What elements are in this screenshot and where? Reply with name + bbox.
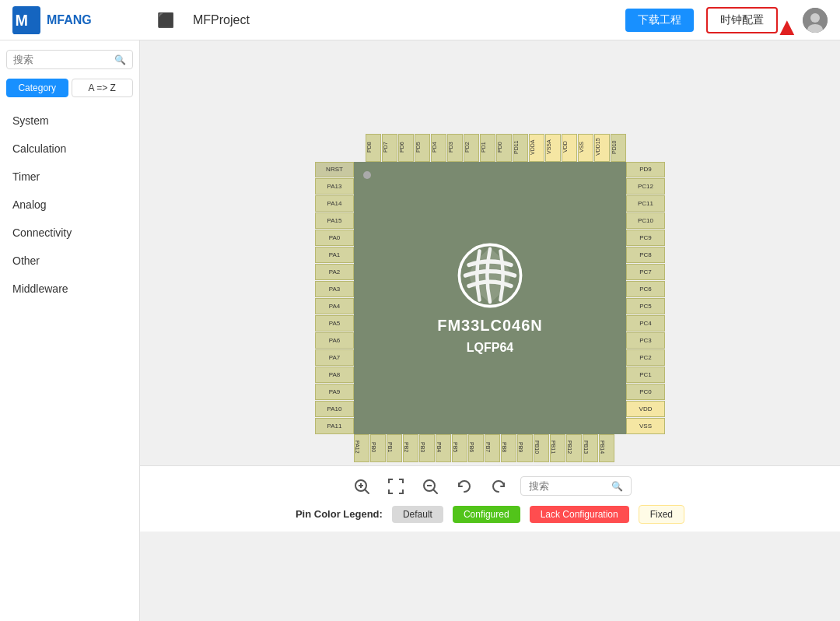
- svg-line-10: [365, 489, 369, 493]
- pin-PB9[interactable]: PB9: [517, 434, 533, 462]
- pin-PA4[interactable]: PA4: [315, 298, 354, 314]
- pin-VSS[interactable]: VSS: [578, 134, 593, 162]
- pin-PB5[interactable]: PB5: [452, 434, 467, 462]
- sidebar-item-timer[interactable]: Timer: [0, 163, 139, 191]
- pin-PD4[interactable]: PD4: [431, 134, 446, 162]
- pin-NRST[interactable]: NRST: [315, 162, 354, 178]
- pin-PD9[interactable]: PD9: [626, 162, 665, 178]
- chip-logo-svg: [455, 240, 525, 310]
- logo-area: M MFANG: [12, 6, 145, 34]
- sidebar-item-other[interactable]: Other: [0, 247, 139, 275]
- search-bottom-icon: 🔍: [611, 481, 623, 492]
- svg-line-13: [433, 489, 437, 493]
- pin-search-input[interactable]: [529, 480, 607, 492]
- pin-PD6[interactable]: PD6: [398, 134, 414, 162]
- sidebar-item-calculation[interactable]: Calculation: [0, 135, 139, 163]
- fit-button[interactable]: [383, 474, 408, 499]
- pin-PB14[interactable]: PB14: [599, 434, 614, 462]
- pin-PB1[interactable]: PB1: [387, 434, 402, 462]
- pin-PA0[interactable]: PA0: [315, 230, 354, 246]
- pin-PA9[interactable]: PA9: [315, 384, 354, 400]
- pins-right: PD9 PC12 PC11 PC10 PC9 PC8 PC7 PC6 PC5 P…: [626, 162, 669, 434]
- pin-PA5[interactable]: PA5: [315, 315, 354, 332]
- pin-PB0[interactable]: PB0: [370, 434, 386, 462]
- legend-fixed: Fixed: [639, 505, 684, 524]
- pin-PA15[interactable]: PA15: [315, 212, 354, 229]
- pin-PC2[interactable]: PC2: [626, 349, 665, 366]
- sidebar-item-analog[interactable]: Analog: [0, 191, 139, 219]
- pin-VDD15[interactable]: VDD15: [594, 134, 610, 162]
- pin-PB13[interactable]: PB13: [583, 434, 598, 462]
- pin-PC0[interactable]: PC0: [626, 384, 665, 400]
- pin-PA6[interactable]: PA6: [315, 332, 354, 349]
- pins-left: NRST PA13 PA14 PA15 PA0 PA1 PA2 PA3 PA4 …: [311, 162, 354, 434]
- pin-PC5[interactable]: PC5: [626, 298, 665, 314]
- mfang-logo: M: [12, 6, 40, 34]
- pin-PC9[interactable]: PC9: [626, 230, 665, 246]
- pin-PC6[interactable]: PC6: [626, 281, 665, 297]
- clock-config-button[interactable]: 时钟配置: [706, 7, 778, 33]
- pin-PC7[interactable]: PC7: [626, 264, 665, 280]
- pin-PB11[interactable]: PB11: [550, 434, 565, 462]
- sidebar-item-connectivity[interactable]: Connectivity: [0, 219, 139, 247]
- pin-PB10[interactable]: PB10: [534, 434, 549, 462]
- pin-PD3[interactable]: PD3: [447, 134, 463, 162]
- pin-PC3[interactable]: PC3: [626, 332, 665, 349]
- pin-PC8[interactable]: PC8: [626, 247, 665, 263]
- pin-PC12[interactable]: PC12: [626, 178, 665, 195]
- download-button[interactable]: 下载工程: [625, 9, 694, 32]
- pin-VDD-right[interactable]: VDD: [626, 401, 665, 417]
- project-title: MFProject: [193, 13, 250, 27]
- pin-PA3[interactable]: PA3: [315, 281, 354, 297]
- pin-PA14[interactable]: PA14: [315, 195, 354, 212]
- pin-VSSA[interactable]: VSSA: [545, 134, 561, 162]
- tab-category[interactable]: Category: [6, 79, 68, 97]
- pin-PA12[interactable]: PA12: [354, 434, 369, 462]
- pin-PB12[interactable]: PB12: [566, 434, 582, 462]
- pin-PD10[interactable]: PD10: [611, 134, 626, 162]
- pin-PA11[interactable]: PA11: [315, 418, 354, 434]
- pin-PD7[interactable]: PD7: [382, 134, 397, 162]
- pin-PD0[interactable]: PD0: [496, 134, 512, 162]
- sidebar-item-system[interactable]: System: [0, 107, 139, 135]
- rotate-cw-button[interactable]: [486, 474, 511, 499]
- pin-PA1[interactable]: PA1: [315, 247, 354, 263]
- legend-row: Pin Color Legend: Default Configured Lac…: [296, 505, 684, 524]
- pin-PC4[interactable]: PC4: [626, 315, 665, 332]
- pin-PA10[interactable]: PA10: [315, 401, 354, 417]
- zoom-out-button[interactable]: [418, 474, 443, 499]
- pin-PC1[interactable]: PC1: [626, 367, 665, 383]
- pin-PA8[interactable]: PA8: [315, 367, 354, 383]
- zoom-in-button[interactable]: [349, 474, 374, 499]
- pin-PC10[interactable]: PC10: [626, 212, 665, 229]
- rotate-ccw-button[interactable]: [452, 474, 477, 499]
- pin-PB3[interactable]: PB3: [419, 434, 435, 462]
- pin-VDDA[interactable]: VDDA: [529, 134, 544, 162]
- pin-PD8[interactable]: PD8: [366, 134, 381, 162]
- pin-PD1[interactable]: PD1: [480, 134, 495, 162]
- pin-PC11[interactable]: PC11: [626, 195, 665, 212]
- pin-PB2[interactable]: PB2: [403, 434, 418, 462]
- pin-PD2[interactable]: PD2: [464, 134, 479, 162]
- search-box[interactable]: 🔍: [6, 50, 133, 69]
- pin-PB6[interactable]: PB6: [468, 434, 484, 462]
- sidebar-item-middleware[interactable]: Middleware: [0, 275, 139, 303]
- avatar[interactable]: [803, 8, 828, 33]
- pin-VSS-right[interactable]: VSS: [626, 418, 665, 434]
- pin-PD5[interactable]: PD5: [415, 134, 430, 162]
- pin-PA13[interactable]: PA13: [315, 178, 354, 195]
- brand-name: MFANG: [47, 13, 92, 27]
- pin-PA2[interactable]: PA2: [315, 264, 354, 280]
- project-icon: ⬛: [157, 12, 174, 29]
- pin-PA7[interactable]: PA7: [315, 349, 354, 366]
- pins-bottom: PA12 PB0 PB1 PB2 PB3 PB4 PB5 PB6 PB7 PB8…: [354, 434, 626, 465]
- pin-PD11[interactable]: PD11: [513, 134, 528, 162]
- pin-PB8[interactable]: PB8: [501, 434, 516, 462]
- svg-point-3: [810, 13, 820, 23]
- tab-az[interactable]: A => Z: [72, 79, 134, 97]
- pin-PB4[interactable]: PB4: [436, 434, 451, 462]
- pin-PB7[interactable]: PB7: [485, 434, 500, 462]
- search-input[interactable]: [13, 54, 114, 65]
- search-bottom[interactable]: 🔍: [520, 476, 632, 496]
- pin-VDD[interactable]: VDD: [562, 134, 577, 162]
